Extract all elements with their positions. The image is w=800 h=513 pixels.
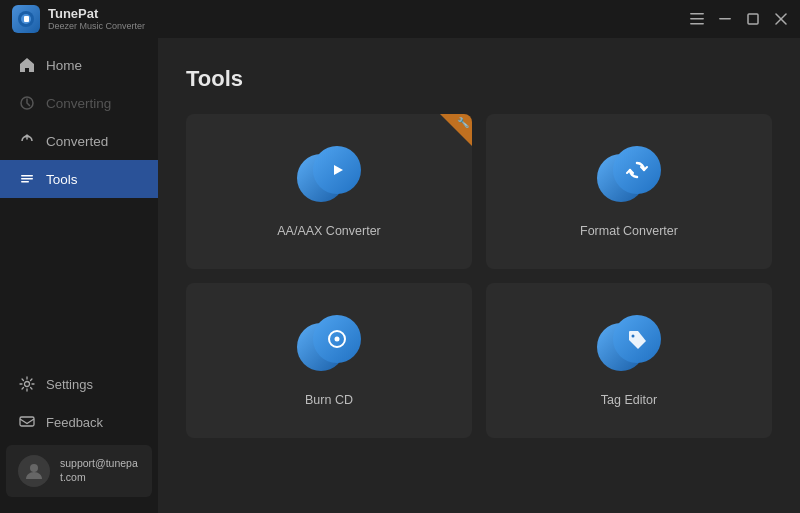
burn-cd-icon-wrapper [297, 315, 361, 379]
svg-rect-13 [21, 181, 29, 183]
format-converter-label: Format Converter [580, 224, 678, 238]
sidebar-label-converting: Converting [46, 96, 111, 111]
app-subtitle: Deezer Music Converter [48, 21, 145, 32]
sidebar-label-converted: Converted [46, 134, 108, 149]
sidebar-footer: Settings Feedback support@tunepat.com [0, 357, 158, 505]
window-controls [690, 12, 788, 26]
close-button[interactable] [774, 12, 788, 26]
tag-editor-label: Tag Editor [601, 393, 657, 407]
sidebar-label-settings: Settings [46, 377, 93, 392]
user-avatar [18, 455, 50, 487]
svg-rect-3 [690, 13, 704, 15]
svg-point-14 [25, 382, 30, 387]
tool-card-format-converter[interactable]: Format Converter [486, 114, 772, 269]
sidebar-item-converted[interactable]: Converted [0, 122, 158, 160]
app-logo [12, 5, 40, 33]
main-layout: Home Converting Converted Tools [0, 38, 800, 513]
user-area[interactable]: support@tunepat.com [6, 445, 152, 497]
svg-rect-15 [20, 417, 34, 426]
page-title: Tools [186, 66, 772, 92]
sidebar-item-tools[interactable]: Tools [0, 160, 158, 198]
svg-marker-17 [334, 165, 343, 175]
new-badge: 🔧 [440, 114, 472, 146]
svg-rect-2 [24, 16, 29, 22]
converted-icon [18, 132, 36, 150]
icon-circle-front [313, 146, 361, 194]
user-email: support@tunepat.com [60, 457, 140, 484]
settings-icon [18, 375, 36, 393]
icon-circle-front [613, 315, 661, 363]
tag-editor-icon-wrapper [597, 315, 661, 379]
menu-button[interactable] [690, 12, 704, 26]
tool-card-aa-aax[interactable]: 🔧 AA/AAX Converter [186, 114, 472, 269]
converting-icon [18, 94, 36, 112]
sidebar-nav: Home Converting Converted Tools [0, 46, 158, 357]
sidebar-item-converting: Converting [0, 84, 158, 122]
feedback-icon [18, 413, 36, 431]
svg-rect-7 [748, 14, 758, 24]
minimize-button[interactable] [718, 12, 732, 26]
badge-icon: 🔧 [457, 117, 469, 128]
svg-rect-4 [690, 18, 704, 20]
aa-aax-icon-wrapper [297, 146, 361, 210]
app-branding: TunePat Deezer Music Converter [12, 5, 145, 33]
svg-point-16 [30, 464, 38, 472]
svg-point-19 [335, 336, 340, 341]
sidebar-label-tools: Tools [46, 172, 78, 187]
app-title-block: TunePat Deezer Music Converter [48, 6, 145, 32]
aa-aax-label: AA/AAX Converter [277, 224, 381, 238]
maximize-button[interactable] [746, 12, 760, 26]
app-name: TunePat [48, 6, 145, 22]
user-info: support@tunepat.com [60, 457, 140, 484]
svg-rect-12 [21, 178, 33, 180]
icon-circle-front [313, 315, 361, 363]
sidebar-item-feedback[interactable]: Feedback [0, 403, 158, 441]
title-bar: TunePat Deezer Music Converter [0, 0, 800, 38]
content-area: Tools 🔧 AA/AAX Converter [158, 38, 800, 513]
svg-rect-11 [21, 175, 33, 177]
tools-grid: 🔧 AA/AAX Converter [186, 114, 772, 438]
svg-rect-5 [690, 23, 704, 25]
svg-rect-6 [719, 18, 731, 20]
sidebar-item-settings[interactable]: Settings [0, 365, 158, 403]
burn-cd-label: Burn CD [305, 393, 353, 407]
icon-circle-front [613, 146, 661, 194]
sidebar: Home Converting Converted Tools [0, 38, 158, 513]
sidebar-label-home: Home [46, 58, 82, 73]
home-icon [18, 56, 36, 74]
tool-card-tag-editor[interactable]: Tag Editor [486, 283, 772, 438]
tools-icon [18, 170, 36, 188]
format-converter-icon-wrapper [597, 146, 661, 210]
tool-card-burn-cd[interactable]: Burn CD [186, 283, 472, 438]
sidebar-item-home[interactable]: Home [0, 46, 158, 84]
svg-point-20 [632, 334, 635, 337]
sidebar-label-feedback: Feedback [46, 415, 103, 430]
